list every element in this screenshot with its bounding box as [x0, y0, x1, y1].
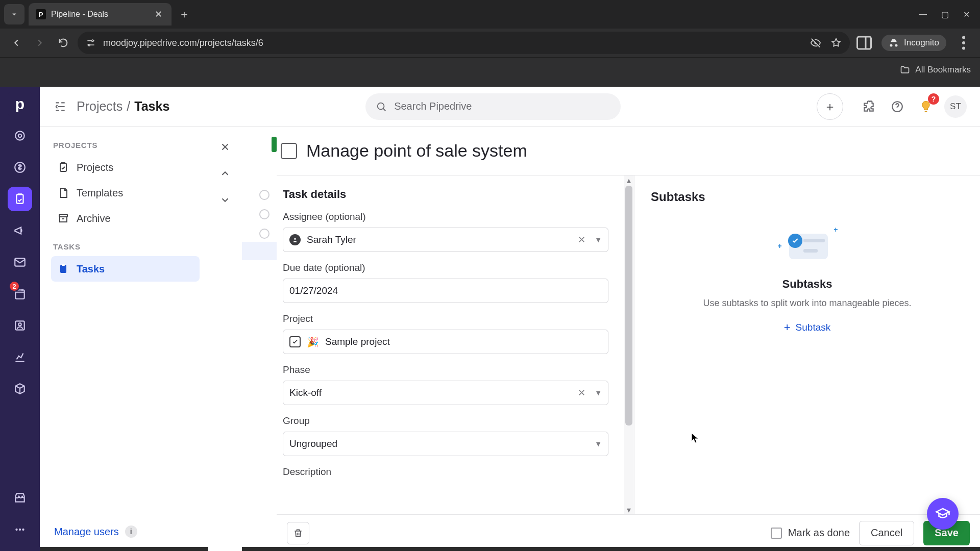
- bookmark-star-icon[interactable]: [830, 37, 842, 48]
- url-field[interactable]: moodjoy.pipedrive.com/projects/tasks/6: [78, 32, 850, 54]
- browser-menu-icon[interactable]: [954, 34, 973, 52]
- chevron-up-icon: [219, 168, 231, 179]
- new-tab-button[interactable]: ＋: [172, 7, 197, 22]
- breadcrumb-root[interactable]: Projects: [77, 99, 122, 114]
- bookmarks-bar: All Bookmarks: [0, 57, 980, 82]
- box-icon: [13, 382, 27, 395]
- details-scrollbar[interactable]: ▴ ▾: [624, 176, 634, 514]
- sidebar-item-templates[interactable]: Templates: [51, 180, 200, 206]
- breadcrumb-current: Tasks: [134, 99, 169, 114]
- sidebar-item-projects[interactable]: Projects: [51, 155, 200, 180]
- nav-reload-button[interactable]: [54, 34, 72, 52]
- clear-assignee-button[interactable]: ✕: [575, 234, 589, 245]
- task-details-scroll[interactable]: Task details Assignee (optional) Sarah T…: [277, 176, 624, 514]
- panel-body: Task details Assignee (optional) Sarah T…: [277, 176, 980, 514]
- due-date-value[interactable]: [289, 285, 602, 296]
- due-date-input[interactable]: [283, 279, 608, 303]
- panel-prev-button[interactable]: [214, 162, 236, 185]
- delete-task-button[interactable]: [287, 522, 309, 544]
- user-avatar[interactable]: ST: [944, 95, 967, 118]
- rail-item-calendar[interactable]: 2: [8, 282, 32, 306]
- ghost-task-checkbox: [259, 190, 270, 200]
- info-icon[interactable]: i: [125, 525, 137, 538]
- due-date-label: Due date (optional): [283, 262, 608, 273]
- breadcrumb-separator: /: [127, 99, 130, 114]
- panel-next-button[interactable]: [214, 189, 236, 211]
- sidebar-item-label: Projects: [77, 162, 113, 173]
- app-root: p 2: [0, 87, 980, 551]
- manage-users-link[interactable]: Manage users: [54, 526, 119, 538]
- global-search[interactable]: Search Pipedrive: [365, 93, 621, 120]
- all-bookmarks-label[interactable]: All Bookmarks: [915, 65, 971, 75]
- task-title[interactable]: Manage point of sale system: [306, 141, 527, 161]
- sales-assistant-button[interactable]: ?: [916, 96, 936, 117]
- help-button[interactable]: [887, 96, 908, 117]
- clear-phase-button[interactable]: ✕: [575, 387, 589, 398]
- task-complete-checkbox[interactable]: [281, 143, 297, 159]
- app-logo[interactable]: p: [8, 92, 32, 116]
- cancel-button[interactable]: Cancel: [859, 521, 914, 545]
- extensions-button[interactable]: [859, 96, 879, 117]
- chevron-down-icon[interactable]: ▼: [595, 389, 602, 397]
- project-select[interactable]: 🎉 Sample project: [283, 330, 608, 354]
- svg-point-1: [88, 44, 90, 46]
- rail-item-home[interactable]: [8, 123, 32, 148]
- panel-close-button[interactable]: [214, 136, 236, 158]
- plus-icon: +: [784, 321, 791, 334]
- svg-point-13: [18, 323, 21, 325]
- sidebar-item-archive[interactable]: Archive: [51, 206, 200, 231]
- eye-off-icon[interactable]: [810, 37, 821, 48]
- rail-item-insights[interactable]: [8, 345, 32, 369]
- svg-point-4: [962, 41, 965, 44]
- tab-close-icon[interactable]: ✕: [153, 9, 164, 20]
- rail-item-more[interactable]: [8, 517, 32, 542]
- nav-forward-button[interactable]: [31, 34, 49, 52]
- sidebar-item-tasks[interactable]: Tasks: [51, 256, 200, 282]
- tab-search-dropdown[interactable]: [4, 4, 24, 24]
- assignee-select[interactable]: Sarah Tyler ✕ ▼: [283, 228, 608, 252]
- assignee-label: Assignee (optional): [283, 211, 608, 222]
- panel-header: Manage point of sale system: [277, 127, 980, 176]
- browser-chrome: P Pipeline - Deals ✕ ＋ — ▢ ✕ moodjoy.pip…: [0, 0, 980, 87]
- rail-item-deals[interactable]: [8, 155, 32, 180]
- chevron-down-icon[interactable]: ▼: [595, 440, 602, 448]
- site-settings-icon[interactable]: [86, 38, 96, 48]
- window-maximize-icon[interactable]: ▢: [941, 10, 949, 19]
- rail-item-products[interactable]: [8, 377, 32, 401]
- rail-item-contacts[interactable]: [8, 313, 32, 338]
- ghost-task-checkbox: [259, 229, 270, 239]
- chart-icon: [13, 350, 27, 364]
- scrollbar-down-arrow[interactable]: ▾: [626, 506, 632, 513]
- browser-tab[interactable]: P Pipeline - Deals ✕: [29, 3, 172, 26]
- scrollbar-up-arrow[interactable]: ▴: [626, 177, 632, 184]
- rail-item-campaigns[interactable]: [8, 218, 32, 243]
- browser-address-bar: moodjoy.pipedrive.com/projects/tasks/6 I…: [0, 29, 980, 57]
- incognito-indicator[interactable]: Incognito: [881, 35, 946, 51]
- group-select[interactable]: Ungrouped ▼: [283, 432, 608, 456]
- rail-item-mail[interactable]: [8, 250, 32, 274]
- incognito-label: Incognito: [904, 38, 939, 48]
- sidebar-heading-tasks: TASKS: [53, 242, 198, 251]
- scrollbar-thumb[interactable]: [625, 186, 632, 425]
- sidebar-toggle-button[interactable]: [53, 99, 67, 114]
- nav-back-button[interactable]: [7, 34, 26, 52]
- rail-item-marketplace[interactable]: [8, 486, 32, 510]
- window-minimize-icon[interactable]: —: [919, 10, 927, 19]
- chevron-down-icon[interactable]: ▼: [595, 236, 602, 244]
- ghost-task-checkbox: [259, 209, 270, 219]
- window-close-icon[interactable]: ✕: [963, 10, 970, 19]
- sidebar-item-label: Templates: [77, 187, 123, 199]
- add-subtask-label: Subtask: [796, 322, 831, 333]
- phase-select[interactable]: Kick-off ✕ ▼: [283, 381, 608, 405]
- add-subtask-button[interactable]: + Subtask: [784, 321, 831, 334]
- field-phase: Phase Kick-off ✕ ▼: [283, 364, 608, 405]
- help-fab[interactable]: [927, 498, 959, 530]
- chevron-down-icon: [219, 194, 231, 206]
- subtasks-empty-desc: Use subtasks to split work into manageab…: [703, 298, 911, 309]
- more-icon: [13, 523, 27, 536]
- mark-as-done-checkbox[interactable]: Mark as done: [771, 527, 850, 539]
- rail-item-projects[interactable]: [8, 187, 32, 211]
- quick-add-button[interactable]: ＋: [817, 93, 843, 120]
- side-panel-icon[interactable]: [855, 34, 873, 52]
- tab-title: Pipeline - Deals: [51, 10, 148, 19]
